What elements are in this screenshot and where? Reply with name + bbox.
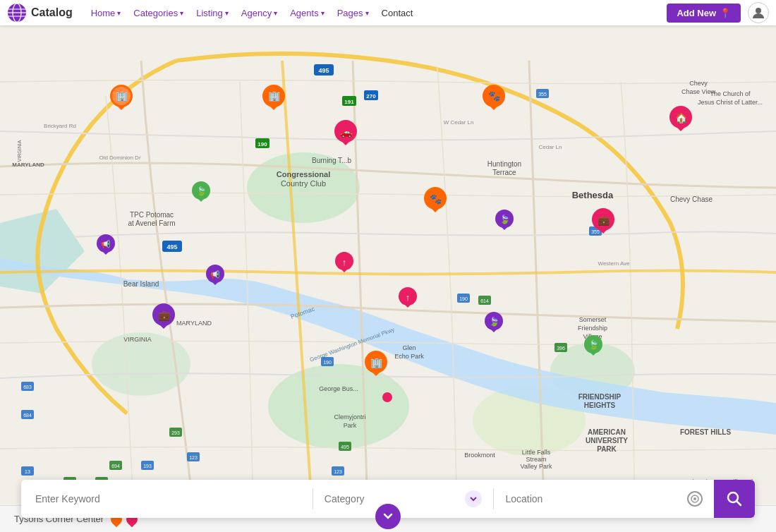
svg-text:FRIENDSHIP: FRIENDSHIP	[578, 393, 622, 401]
svg-text:↑: ↑	[342, 257, 347, 267]
svg-text:Park: Park	[344, 422, 357, 429]
user-icon	[752, 6, 765, 19]
chevron-down-icon: ▾	[365, 9, 369, 17]
svg-text:495: 495	[318, 67, 329, 74]
location-circle-icon	[687, 491, 703, 507]
svg-text:614: 614	[480, 298, 489, 303]
svg-text:George Bus...: George Bus...	[319, 385, 358, 392]
svg-text:VIRGINIA: VIRGINIA	[123, 336, 152, 343]
nav-item-agents[interactable]: Agents ▾	[284, 5, 329, 21]
svg-text:🐾: 🐾	[430, 193, 442, 205]
svg-text:🏠: 🏠	[675, 112, 688, 124]
svg-text:🍃: 🍃	[588, 339, 599, 350]
svg-text:Congressional: Congressional	[277, 170, 330, 179]
svg-text:Somerset: Somerset	[579, 316, 607, 323]
svg-text:Old Dominion Dr: Old Dominion Dr	[99, 155, 140, 161]
map-svg: 495 495 191 190 270	[0, 25, 776, 532]
user-avatar-button[interactable]	[748, 2, 769, 23]
chevron-down-icon: ▾	[274, 9, 277, 17]
nav-item-pages[interactable]: Pages ▾	[332, 5, 375, 21]
svg-text:MARYLAND: MARYLAND	[176, 320, 212, 327]
keyword-input[interactable]	[21, 480, 313, 518]
svg-text:↑: ↑	[406, 292, 411, 303]
svg-text:293: 293	[171, 430, 180, 435]
svg-text:PARK: PARK	[597, 445, 617, 453]
svg-text:495: 495	[341, 445, 349, 449]
svg-text:190: 190	[257, 141, 267, 147]
category-dropdown-arrow	[465, 490, 482, 507]
svg-text:396: 396	[557, 346, 565, 351]
navbar: Catalog Home ▾ Categories ▾ Listing ▾ Ag…	[0, 0, 776, 25]
svg-point-143	[693, 497, 696, 500]
svg-text:📢: 📢	[101, 239, 111, 249]
map-container[interactable]: 495 495 191 190 270	[0, 25, 776, 532]
svg-text:Cedar Ln: Cedar Ln	[539, 144, 562, 150]
scroll-down-button[interactable]	[375, 504, 401, 529]
svg-text:Burning T...b: Burning T...b	[312, 157, 351, 164]
svg-text:🍃: 🍃	[489, 316, 499, 327]
svg-text:Brickyard Rd: Brickyard Rd	[44, 123, 76, 129]
svg-text:🏢: 🏢	[116, 90, 128, 102]
svg-text:190: 190	[459, 296, 468, 301]
svg-line-145	[736, 501, 741, 505]
svg-text:683: 683	[23, 385, 32, 389]
chevron-down-icon: ▾	[321, 9, 325, 17]
svg-text:Country Club: Country Club	[281, 179, 326, 188]
search-button[interactable]	[714, 480, 755, 518]
svg-text:UNIVERSITY: UNIVERSITY	[586, 437, 628, 445]
svg-text:Bear Island: Bear Island	[123, 280, 159, 288]
svg-text:🍃: 🍃	[196, 186, 207, 196]
svg-text:Chevy Chase: Chevy Chase	[670, 195, 713, 203]
svg-text:🍃: 🍃	[499, 214, 510, 224]
svg-text:Clemyjontri: Clemyjontri	[334, 413, 365, 421]
nav-item-home[interactable]: Home ▾	[85, 5, 127, 21]
svg-text:Huntington: Huntington	[487, 160, 521, 168]
svg-text:270: 270	[366, 93, 376, 99]
svg-text:495: 495	[166, 243, 177, 250]
svg-text:The Church of: The Church of	[710, 90, 751, 97]
svg-text:355: 355	[538, 92, 547, 97]
chevron-down-icon: ▾	[225, 9, 229, 17]
add-new-button[interactable]: Add New 📍	[667, 4, 741, 23]
nav-item-contact[interactable]: Contact	[376, 5, 419, 21]
svg-text:FOREST HILLS: FOREST HILLS	[680, 428, 732, 436]
svg-text:Friendship: Friendship	[578, 325, 607, 332]
svg-text:HEIGHTS: HEIGHTS	[584, 401, 616, 409]
svg-text:🏢: 🏢	[370, 357, 383, 369]
svg-text:191: 191	[344, 99, 354, 105]
nav-items: Home ▾ Categories ▾ Listing ▾ Agency ▾ A…	[85, 5, 667, 21]
svg-text:W Cedar Ln: W Cedar Ln	[444, 119, 474, 126]
svg-text:Bethesda: Bethesda	[572, 190, 614, 200]
svg-text:💼: 💼	[598, 214, 610, 226]
svg-text:VIRGINIA: VIRGINIA	[17, 140, 22, 162]
location-input[interactable]: Location	[494, 480, 714, 518]
svg-text:Echo Park: Echo Park	[394, 353, 424, 360]
nav-item-categories[interactable]: Categories ▾	[128, 5, 189, 21]
nav-item-agency[interactable]: Agency ▾	[236, 5, 283, 21]
svg-text:684: 684	[23, 413, 32, 418]
category-dropdown[interactable]: Category	[313, 480, 494, 518]
svg-point-5	[756, 8, 761, 13]
svg-text:at Avenel Farm: at Avenel Farm	[128, 219, 175, 227]
chevron-down-icon: ▾	[180, 9, 183, 17]
chevron-down-icon: ▾	[117, 9, 121, 17]
svg-text:193: 193	[143, 464, 152, 468]
globe-icon	[7, 3, 27, 23]
chevron-down-icon	[382, 511, 394, 522]
logo[interactable]: Catalog	[7, 3, 73, 23]
svg-text:Western Ave: Western Ave	[598, 260, 630, 267]
svg-text:13: 13	[25, 469, 30, 474]
svg-text:694: 694	[111, 464, 120, 468]
logo-text: Catalog	[31, 6, 73, 19]
location-pin-icon: 📍	[720, 8, 731, 18]
location-label: Location	[505, 493, 542, 504]
svg-text:TPC Potomac: TPC Potomac	[130, 211, 174, 219]
category-label: Category	[325, 493, 365, 504]
svg-text:355: 355	[591, 229, 600, 234]
svg-text:📢: 📢	[210, 270, 220, 279]
nav-item-listing[interactable]: Listing ▾	[190, 5, 234, 21]
svg-text:Jesus Christ of Latter...: Jesus Christ of Latter...	[698, 99, 763, 106]
svg-text:AMERICAN: AMERICAN	[588, 428, 626, 436]
svg-text:💼: 💼	[158, 310, 171, 322]
svg-text:🚗: 🚗	[340, 126, 353, 138]
